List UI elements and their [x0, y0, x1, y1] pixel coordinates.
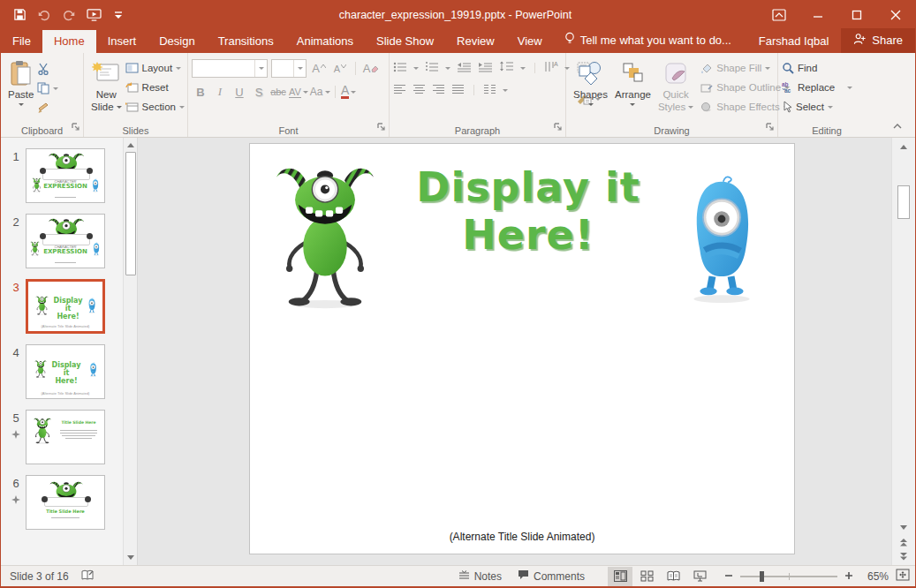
- reading-view-button[interactable]: [661, 567, 685, 586]
- slide-indicator[interactable]: Slide 3 of 16: [10, 570, 69, 583]
- decrease-indent-button[interactable]: [457, 60, 472, 76]
- columns-button[interactable]: [483, 82, 496, 98]
- justify-button[interactable]: [451, 82, 465, 98]
- paste-dropdown-caret[interactable]: [19, 103, 24, 109]
- grow-font-button[interactable]: A: [310, 60, 328, 78]
- collapse-ribbon-icon[interactable]: [892, 117, 903, 133]
- character-spacing-button[interactable]: AV: [289, 83, 308, 101]
- tab-review[interactable]: Review: [445, 30, 506, 53]
- align-right-button[interactable]: [432, 82, 445, 98]
- slide-canvas[interactable]: Display itHere! (Alternate Title Slide A…: [249, 143, 795, 554]
- format-painter-button[interactable]: [37, 99, 58, 117]
- thumbnail-slide-6[interactable]: 6 Title Slide Here: [6, 475, 123, 530]
- line-spacing-button[interactable]: [499, 60, 514, 76]
- slide-title-text[interactable]: Display itHere!: [400, 163, 656, 260]
- next-slide-icon[interactable]: [897, 549, 910, 563]
- tab-design[interactable]: Design: [148, 30, 206, 53]
- arrange-button[interactable]: Arrange: [611, 57, 655, 110]
- tab-animations[interactable]: Animations: [285, 30, 365, 53]
- share-button[interactable]: Share: [841, 28, 915, 53]
- reset-button[interactable]: Reset: [125, 79, 185, 96]
- new-slide-button[interactable]: New Slide: [87, 57, 125, 116]
- thumbnail-scrollbar-thumb[interactable]: [125, 152, 136, 275]
- zoom-out-icon[interactable]: [724, 570, 733, 583]
- tab-slide-show[interactable]: Slide Show: [365, 30, 445, 53]
- slide-caption-text[interactable]: (Alternate Title Slide Animated): [250, 531, 794, 543]
- slide-show-view-button[interactable]: [687, 567, 712, 586]
- tab-home[interactable]: Home: [42, 30, 96, 53]
- font-color-button[interactable]: A: [340, 83, 358, 101]
- scroll-up-icon[interactable]: [125, 138, 137, 152]
- replace-button[interactable]: abac Replace: [782, 79, 852, 96]
- font-size-combobox[interactable]: [271, 59, 307, 78]
- zoom-slider-thumb[interactable]: [760, 571, 764, 582]
- italic-button[interactable]: I: [211, 83, 229, 101]
- copy-button[interactable]: [37, 79, 58, 97]
- fit-slide-to-window-icon[interactable]: [896, 569, 910, 584]
- customize-qat-icon[interactable]: [110, 7, 126, 23]
- bold-button[interactable]: B: [192, 83, 209, 101]
- slide-sorter-view-button[interactable]: [634, 567, 659, 586]
- change-case-button[interactable]: Aa: [310, 83, 330, 101]
- notes-button[interactable]: Notes: [451, 568, 509, 585]
- thumbnail-scrollbar[interactable]: [123, 138, 137, 565]
- section-button[interactable]: Section: [125, 98, 185, 116]
- font-dialog-launcher-icon[interactable]: [377, 119, 386, 135]
- strikethrough-button[interactable]: abc: [269, 83, 287, 101]
- green-monster-graphic[interactable]: [276, 164, 374, 310]
- shape-outline-button[interactable]: Shape Outline: [700, 79, 790, 96]
- zoom-in-icon[interactable]: [844, 570, 853, 583]
- ribbon-display-options-icon[interactable]: [760, 1, 799, 28]
- layout-button[interactable]: Layout: [125, 59, 185, 77]
- scrollbar-thumb[interactable]: [897, 185, 910, 219]
- close-icon[interactable]: [876, 1, 915, 28]
- underline-button[interactable]: U: [231, 83, 248, 101]
- spell-check-icon[interactable]: [81, 569, 95, 584]
- thumbnail-slide-5[interactable]: 5 Title Slide Here: [6, 410, 123, 464]
- paragraph-dialog-launcher-icon[interactable]: [554, 119, 563, 135]
- previous-slide-icon[interactable]: [897, 535, 910, 549]
- maximize-icon[interactable]: [837, 1, 876, 28]
- minimize-icon[interactable]: [799, 1, 837, 28]
- save-icon[interactable]: [11, 7, 27, 23]
- bullets-button[interactable]: [393, 60, 407, 76]
- paste-button[interactable]: Paste: [4, 57, 37, 110]
- find-button[interactable]: Find: [782, 59, 852, 77]
- increase-indent-button[interactable]: [478, 60, 493, 76]
- shape-effects-button[interactable]: Shape Effects: [700, 98, 790, 116]
- tell-me-box[interactable]: Tell me what you want to do...: [554, 27, 742, 53]
- clipboard-dialog-launcher-icon[interactable]: [72, 119, 80, 135]
- align-center-button[interactable]: [413, 82, 426, 98]
- vertical-scrollbar[interactable]: [891, 138, 915, 565]
- thumbnail-slide-3-selected[interactable]: 3 Display itHere! (Alternate Title Slide…: [6, 279, 123, 334]
- tab-insert[interactable]: Insert: [96, 30, 148, 53]
- scroll-up-icon[interactable]: [897, 139, 910, 154]
- align-left-button[interactable]: [393, 82, 406, 98]
- blue-monster-graphic[interactable]: [683, 172, 761, 305]
- shrink-font-button[interactable]: A: [331, 60, 349, 78]
- quick-styles-button[interactable]: Quick Styles: [655, 57, 697, 116]
- numbering-button[interactable]: [425, 60, 439, 76]
- repeat-icon[interactable]: [61, 7, 77, 23]
- text-direction-button[interactable]: A: [544, 60, 558, 76]
- shapes-button[interactable]: Shapes: [570, 57, 611, 110]
- font-name-combobox[interactable]: [192, 59, 268, 78]
- drawing-dialog-launcher-icon[interactable]: [766, 119, 775, 135]
- copy-dropdown-caret[interactable]: [53, 87, 58, 93]
- tab-transitions[interactable]: Transitions: [207, 30, 285, 53]
- shape-fill-button[interactable]: Shape Fill: [700, 59, 790, 77]
- animation-star-icon[interactable]: [6, 428, 26, 441]
- thumbnail-slide-1[interactable]: 1 CHARACTER EXPRESSION: [6, 148, 123, 203]
- clear-formatting-button[interactable]: A: [362, 60, 380, 78]
- start-from-beginning-icon[interactable]: [86, 7, 102, 23]
- normal-view-button[interactable]: [608, 567, 632, 586]
- cut-button[interactable]: [37, 60, 58, 78]
- scroll-down-icon[interactable]: [125, 551, 137, 565]
- account-name[interactable]: Farshad Iqbal: [746, 30, 842, 53]
- undo-icon[interactable]: [36, 7, 52, 23]
- zoom-level[interactable]: 65%: [855, 570, 889, 583]
- comments-button[interactable]: Comments: [511, 567, 592, 585]
- tab-file[interactable]: File: [1, 30, 42, 53]
- thumbnail-slide-4[interactable]: 4 Display itHere! (Alternate Title Slide…: [6, 344, 123, 399]
- tab-view[interactable]: View: [506, 30, 554, 53]
